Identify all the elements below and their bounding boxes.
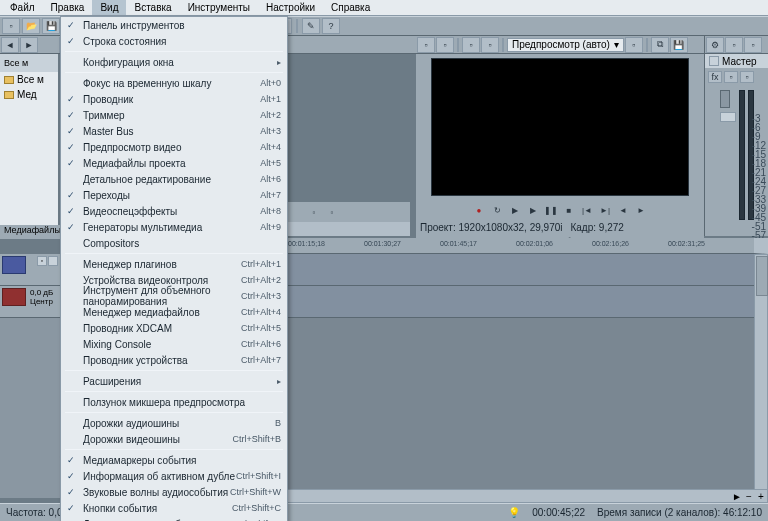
- menu-item-label: Детальное редактирование: [83, 174, 211, 185]
- menu-инструменты[interactable]: Инструменты: [180, 0, 258, 15]
- fx-icon[interactable]: fx: [708, 71, 722, 83]
- panel-tabs[interactable]: Медиафайлы: [0, 225, 60, 239]
- menu-справка[interactable]: Справка: [323, 0, 378, 15]
- checkbox[interactable]: [709, 56, 719, 66]
- menu-item[interactable]: ПереходыAlt+7: [61, 187, 287, 203]
- tool-icon[interactable]: ✎: [302, 18, 320, 34]
- menu-вид[interactable]: Вид: [92, 0, 126, 15]
- play-icon[interactable]: ▶: [525, 203, 541, 217]
- menu-item[interactable]: Конфигурация окна: [61, 54, 287, 70]
- menu-item[interactable]: Информация об активном дублеCtrl+Shift+I: [61, 468, 287, 484]
- fader[interactable]: [720, 90, 730, 108]
- menu-item[interactable]: Строка состояния: [61, 33, 287, 49]
- split-icon[interactable]: ▫: [481, 37, 499, 53]
- menu-item[interactable]: Дорожки аудиошиныB: [61, 415, 287, 431]
- menu-item[interactable]: Compositors: [61, 235, 287, 251]
- record-icon[interactable]: ●: [471, 203, 487, 217]
- menu-item[interactable]: Расширения: [61, 373, 287, 389]
- tool-icon[interactable]: ▫: [324, 205, 340, 219]
- menu-shortcut: Ctrl+Alt+6: [241, 339, 281, 349]
- zoom-in-icon[interactable]: +: [755, 491, 767, 502]
- menu-item[interactable]: Инструмент для объемного панорамирования…: [61, 288, 287, 304]
- timeline-vscroll[interactable]: [754, 254, 768, 498]
- back-icon[interactable]: ◄: [1, 37, 19, 53]
- meter-scale: -3-6-9-12-15-18-21-24-27-33-39-45-51-57: [752, 114, 766, 240]
- loop-icon[interactable]: ↻: [489, 203, 505, 217]
- menu-item[interactable]: Фокус на временную шкалуAlt+0: [61, 75, 287, 91]
- first-icon[interactable]: |◄: [579, 203, 595, 217]
- menu-item[interactable]: Дорожки видеошиныCtrl+Shift+B: [61, 431, 287, 447]
- dim-icon[interactable]: ▫: [725, 37, 743, 53]
- menu-правка[interactable]: Правка: [43, 0, 93, 15]
- new-icon[interactable]: ▫: [2, 18, 20, 34]
- ruler-tick: 00:01:45;17: [440, 240, 477, 247]
- track-btn[interactable]: ▫: [37, 256, 47, 266]
- fx-icon[interactable]: ▫: [462, 37, 480, 53]
- tool-icon[interactable]: ▫: [306, 205, 322, 219]
- ruler-tick: 00:02:16;26: [592, 240, 629, 247]
- next-frame-icon[interactable]: ►: [633, 203, 649, 217]
- fader-knob[interactable]: [720, 112, 736, 122]
- menu-item[interactable]: Master BusAlt+3: [61, 123, 287, 139]
- pause-icon[interactable]: ❚❚: [543, 203, 559, 217]
- play-start-icon[interactable]: ▶: [507, 203, 523, 217]
- menu-shortcut: Ctrl+Alt+3: [241, 291, 281, 301]
- audio-track-header[interactable]: 0,0 дБ Центр: [0, 286, 60, 318]
- help-icon[interactable]: ?: [322, 18, 340, 34]
- menu-shortcut: Alt+9: [260, 222, 281, 232]
- menu-item[interactable]: Менеджер плагиновCtrl+Alt+1: [61, 256, 287, 272]
- menu-item[interactable]: Кнопки событияCtrl+Shift+C: [61, 500, 287, 516]
- menu-item[interactable]: Ползунок микшера предпросмотра: [61, 394, 287, 410]
- forward-icon[interactable]: ►: [20, 37, 38, 53]
- settings-icon[interactable]: ⚙: [706, 37, 724, 53]
- menu-item[interactable]: Менеджер медиафайловCtrl+Alt+4: [61, 304, 287, 320]
- menu-вставка[interactable]: Вставка: [126, 0, 179, 15]
- tree-item[interactable]: Все м: [0, 72, 58, 87]
- menu-item[interactable]: ПроводникAlt+1: [61, 91, 287, 107]
- mixer-toolbar: ⚙ ▫ ▫: [705, 36, 768, 54]
- menu-item[interactable]: ТриммерAlt+2: [61, 107, 287, 123]
- view-menu-dropdown: Панель инструментовСтрока состоянияКонфи…: [60, 16, 288, 521]
- open-icon[interactable]: 📂: [22, 18, 40, 34]
- menu-item[interactable]: ВидеоспецэффектыAlt+8: [61, 203, 287, 219]
- last-icon[interactable]: ►|: [597, 203, 613, 217]
- menu-item[interactable]: Панель инструментов: [61, 17, 287, 33]
- prev-frame-icon[interactable]: ◄: [615, 203, 631, 217]
- folder-icon: [4, 76, 14, 84]
- mixer-panel: ⚙ ▫ ▫ Мастер fx ▫ ▫ -3-6-9-12-15-18-21-2…: [704, 36, 768, 236]
- menu-item[interactable]: Медиафайлы проектаAlt+5: [61, 155, 287, 171]
- menu-item[interactable]: Проводник устройстваCtrl+Alt+7: [61, 352, 287, 368]
- save-icon[interactable]: 💾: [42, 18, 60, 34]
- overlay-icon[interactable]: ▫: [625, 37, 643, 53]
- zoom-out-icon[interactable]: −: [743, 491, 755, 502]
- stop-icon[interactable]: ■: [561, 203, 577, 217]
- save-icon[interactable]: 💾: [670, 37, 688, 53]
- menu-item-label: Проводник: [83, 94, 133, 105]
- external-icon[interactable]: ▫: [417, 37, 435, 53]
- insert-icon[interactable]: ▫: [724, 71, 738, 83]
- menu-item[interactable]: Длина затухания событияCtrl+Shift+T: [61, 516, 287, 521]
- menu-настройки[interactable]: Настройки: [258, 0, 323, 15]
- menu-shortcut: Ctrl+Alt+2: [241, 275, 281, 285]
- tool-icon[interactable]: ▫: [744, 37, 762, 53]
- menu-файл[interactable]: Файл: [2, 0, 43, 15]
- copy-icon[interactable]: ⧉: [651, 37, 669, 53]
- tool-icon[interactable]: ▫: [436, 37, 454, 53]
- scroll-right-icon[interactable]: ►: [731, 491, 743, 502]
- menu-item-label: Дорожки видеошины: [83, 434, 180, 445]
- mute-icon[interactable]: ▫: [740, 71, 754, 83]
- explorer-tab[interactable]: Все м: [0, 54, 58, 72]
- menu-item[interactable]: Проводник XDCAMCtrl+Alt+5: [61, 320, 287, 336]
- scroll-thumb[interactable]: [756, 256, 768, 296]
- menu-item[interactable]: Детальное редактированиеAlt+6: [61, 171, 287, 187]
- menu-item[interactable]: Предпросмотр видеоAlt+4: [61, 139, 287, 155]
- track-btn[interactable]: [48, 256, 58, 266]
- menu-item[interactable]: Звуковые волны аудиособытияCtrl+Shift+W: [61, 484, 287, 500]
- menu-item[interactable]: Медиамаркеры события: [61, 452, 287, 468]
- tree-item[interactable]: Мед: [0, 87, 58, 102]
- menu-item[interactable]: Генераторы мультимедиаAlt+9: [61, 219, 287, 235]
- video-track-header[interactable]: ▫: [0, 254, 60, 286]
- menu-item[interactable]: Mixing ConsoleCtrl+Alt+6: [61, 336, 287, 352]
- preview-quality-dropdown[interactable]: Предпросмотр (авто) ▾: [507, 38, 624, 52]
- menu-item-label: Триммер: [83, 110, 125, 121]
